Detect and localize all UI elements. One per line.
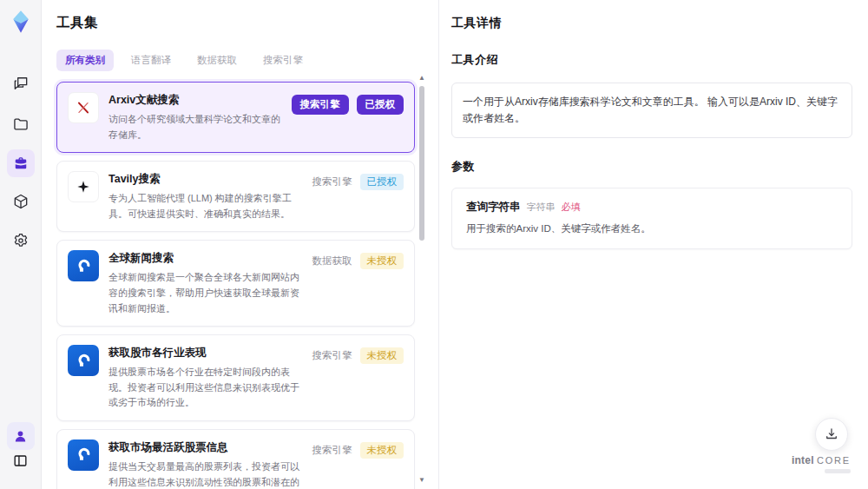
cube-icon[interactable] <box>7 188 35 215</box>
tool-name: Arxiv文献搜索 <box>108 93 282 108</box>
param-card: 查询字符串 字符串 必填 用于搜索的Arxiv ID、关键字或作者姓名。 <box>451 188 852 249</box>
param-description: 用于搜索的Arxiv ID、关键字或作者姓名。 <box>466 222 838 235</box>
sidebar <box>0 0 42 489</box>
brand-core-text: core <box>817 455 851 466</box>
scrollbar-thumb[interactable] <box>419 86 424 241</box>
tool-card[interactable]: Tavily搜索 专为人工智能代理 (LLM) 构建的搜索引擎工具。可快速提供实… <box>56 161 415 232</box>
tool-auth-badge: 未授权 <box>360 253 404 269</box>
tool-category-label: 数据获取 <box>312 253 352 269</box>
folder-icon[interactable] <box>7 110 35 138</box>
toolbox-icon[interactable] <box>7 149 35 177</box>
param-name: 查询字符串 <box>466 200 521 215</box>
param-type: 字符串 <box>527 201 556 214</box>
main-content: 工具集 所有类别语言翻译数据获取搜索引擎 Arxiv文献搜索 访问各个研究领域大… <box>42 0 868 489</box>
tool-description: 提供当天交易量最高的股票列表，投资者可以利用这些信息来识别流动性强的股票和潜在的… <box>108 459 303 489</box>
scroll-down-icon[interactable]: ▼ <box>418 477 426 484</box>
sparkle-icon <box>68 171 99 202</box>
app-window: 工具集 所有类别语言翻译数据获取搜索引擎 Arxiv文献搜索 访问各个研究领域大… <box>0 0 868 489</box>
tool-name: 全球新闻搜索 <box>108 251 303 266</box>
tool-list-panel: 工具集 所有类别语言翻译数据获取搜索引擎 Arxiv文献搜索 访问各个研究领域大… <box>42 0 439 489</box>
logo-icon[interactable] <box>6 7 36 36</box>
tool-description: 提供股票市场各个行业在特定时间段内的表现。投资者可以利用这些信息来识别表现优于或… <box>108 365 303 411</box>
tool-description: 专为人工智能代理 (LLM) 构建的搜索引擎工具。可快速提供实时、准确和真实的结… <box>108 191 303 221</box>
category-tabs: 所有类别语言翻译数据获取搜索引擎 <box>56 50 438 71</box>
tool-card[interactable]: 全球新闻搜索 全球新闻搜索是一个聚合全球各大新闻网站内容的搜索引擎，帮助用户快速… <box>56 240 415 327</box>
scroll-up-icon[interactable]: ▲ <box>418 75 426 82</box>
tool-auth-badge: 未授权 <box>360 347 404 364</box>
category-tab[interactable]: 所有类别 <box>56 50 114 71</box>
category-tab[interactable]: 搜索引擎 <box>254 50 312 71</box>
param-list: 查询字符串 字符串 必填 用于搜索的Arxiv ID、关键字或作者姓名。 <box>451 188 851 249</box>
globalnews-icon <box>68 250 99 281</box>
globalnews-icon <box>68 345 99 376</box>
tool-auth-badge: 已授权 <box>360 174 404 190</box>
panel-toggle-icon[interactable] <box>7 446 35 474</box>
intro-heading: 工具介绍 <box>451 52 851 68</box>
intel-core-logo: intel core <box>792 454 851 473</box>
tool-name: 获取股市各行业表现 <box>108 346 303 360</box>
param-required-label: 必填 <box>562 201 581 214</box>
tool-list: Arxiv文献搜索 访问各个研究领域大量科学论文和文章的存储库。 搜索引擎 已授… <box>56 82 415 489</box>
tool-detail-panel: 工具详情 工具介绍 一个用于从Arxiv存储库搜索科学论文和文章的工具。 输入可… <box>439 0 868 489</box>
brand-intel-text: intel <box>792 454 814 466</box>
params-heading: 参数 <box>451 159 851 175</box>
tool-category-label: 搜索引擎 <box>292 95 349 115</box>
brand-ultra-mark <box>825 469 851 473</box>
scrollbar[interactable]: ▲ ▼ <box>418 75 426 484</box>
tool-card[interactable]: 获取股市各行业表现 提供股票市场各个行业在特定时间段内的表现。投资者可以利用这些… <box>56 334 415 421</box>
download-icon <box>824 426 839 442</box>
tool-card[interactable]: Arxiv文献搜索 访问各个研究领域大量科学论文和文章的存储库。 搜索引擎 已授… <box>56 82 415 153</box>
tool-name: Tavily搜索 <box>108 172 303 187</box>
page-title: 工具集 <box>56 14 438 32</box>
download-button[interactable] <box>815 418 848 451</box>
tool-card[interactable]: 获取市场最活跃股票信息 提供当天交易量最高的股票列表，投资者可以利用这些信息来识… <box>56 429 415 489</box>
intro-text: 一个用于从Arxiv存储库搜索科学论文和文章的工具。 输入可以是Arxiv ID… <box>463 96 838 124</box>
detail-title: 工具详情 <box>451 16 851 31</box>
tool-description: 访问各个研究领域大量科学论文和文章的存储库。 <box>108 112 282 142</box>
tool-auth-badge: 已授权 <box>357 95 404 115</box>
category-tab[interactable]: 语言翻译 <box>122 50 180 71</box>
globalnews-icon <box>68 439 99 471</box>
arxiv-icon <box>68 92 99 123</box>
chat-icon[interactable] <box>7 69 35 97</box>
gear-icon[interactable] <box>7 227 35 254</box>
tool-name: 获取市场最活跃股票信息 <box>108 440 303 455</box>
tool-category-label: 搜索引擎 <box>312 347 352 364</box>
tool-category-label: 搜索引擎 <box>312 442 352 459</box>
category-tab[interactable]: 数据获取 <box>188 50 246 71</box>
intro-box: 一个用于从Arxiv存储库搜索科学论文和文章的工具。 输入可以是Arxiv ID… <box>451 83 852 138</box>
tool-auth-badge: 未授权 <box>360 442 404 459</box>
tool-category-label: 搜索引擎 <box>312 174 352 190</box>
tool-description: 全球新闻搜索是一个聚合全球各大新闻网站内容的搜索引擎，帮助用户快速获取全球最新资… <box>108 270 303 316</box>
